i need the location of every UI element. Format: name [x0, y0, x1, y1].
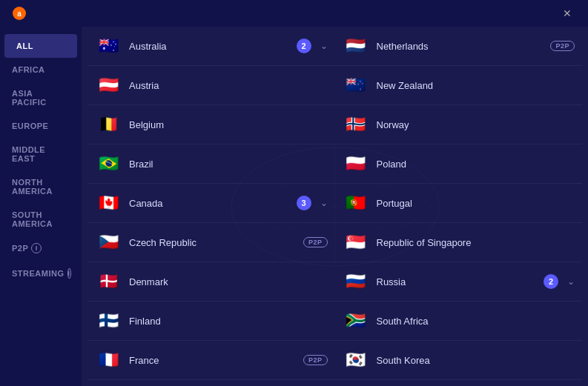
country-name: Poland: [377, 159, 575, 170]
close-x-icon: ✕: [563, 7, 572, 19]
sidebar-item-p2p[interactable]: P2Pi: [0, 236, 82, 261]
country-item[interactable]: 🇦🇹Austria: [87, 66, 335, 105]
country-item[interactable]: 🇫🇷FranceP2P: [87, 341, 335, 380]
country-item[interactable]: 🇩🇰Denmark: [87, 262, 335, 302]
country-name: Australia: [129, 41, 289, 52]
avast-logo-icon: a: [12, 6, 27, 21]
countries-left-column: 🇦🇺Australia2⌄🇦🇹Austria🇧🇪Belgium🇧🇷Brazil🇨…: [87, 27, 335, 386]
country-item[interactable]: 🇧🇷Brazil: [87, 144, 335, 184]
country-name: Czech Republic: [129, 237, 296, 248]
country-item[interactable]: 🇪🇸Spain2⌄: [335, 380, 583, 386]
info-icon: i: [67, 268, 71, 279]
country-flag: 🇰🇷: [343, 347, 369, 373]
country-item[interactable]: 🇳🇿New Zealand: [335, 66, 583, 105]
country-item[interactable]: 🇫🇮Finland: [87, 302, 335, 341]
country-name: France: [129, 355, 296, 366]
country-flag: 🇵🇱: [343, 150, 369, 177]
country-item[interactable]: 🇨🇿Czech RepublicP2P: [87, 223, 335, 262]
country-item[interactable]: 🇰🇷South Korea: [335, 341, 583, 380]
country-flag: 🇫🇷: [95, 347, 122, 373]
country-item[interactable]: 🇩🇪Germany2⌄: [87, 380, 335, 386]
sidebar-item-south-america[interactable]: SOUTH AMERICA: [0, 203, 82, 236]
country-name: New Zealand: [377, 80, 575, 91]
country-flag: 🇨🇿: [95, 229, 122, 256]
country-item[interactable]: 🇨🇦Canada3⌄: [87, 184, 335, 223]
sidebar: ALLAFRICAASIA PACIFICEUROPEMIDDLE EASTNO…: [0, 27, 82, 386]
country-item[interactable]: 🇵🇱Poland: [335, 144, 583, 184]
sidebar-item-all[interactable]: ALL: [4, 34, 77, 58]
country-name: Netherlands: [377, 41, 544, 52]
server-count-badge: 3: [297, 196, 311, 210]
country-name: Canada: [129, 198, 289, 209]
countries-right-column: 🇳🇱NetherlandsP2P🇳🇿New Zealand🇳🇴Norway🇵🇱P…: [335, 27, 583, 386]
country-name: Norway: [377, 119, 575, 130]
country-name: Finland: [129, 316, 328, 327]
country-flag: 🇵🇹: [343, 190, 369, 216]
info-icon: i: [31, 243, 42, 253]
country-flag: 🇦🇹: [95, 72, 122, 99]
country-list-area[interactable]: 🇦🇺Australia2⌄🇦🇹Austria🇧🇪Belgium🇧🇷Brazil🇨…: [82, 27, 588, 386]
country-flag: 🇿🇦: [343, 307, 369, 334]
country-name: South Africa: [377, 316, 575, 327]
p2p-badge: P2P: [303, 237, 328, 247]
p2p-badge: P2P: [303, 355, 328, 365]
country-flag: 🇧🇷: [95, 150, 122, 177]
sidebar-item-africa[interactable]: AFRICA: [0, 58, 82, 81]
country-name: Portugal: [377, 198, 575, 209]
sidebar-item-middle-east[interactable]: MIDDLE EAST: [0, 138, 82, 170]
sidebar-item-europe[interactable]: EUROPE: [0, 114, 82, 138]
country-item[interactable]: 🇳🇴Norway: [335, 105, 583, 144]
country-flag: 🇳🇱: [343, 33, 369, 59]
country-item[interactable]: 🇦🇺Australia2⌄: [87, 27, 335, 66]
country-item[interactable]: 🇧🇪Belgium: [87, 105, 335, 144]
chevron-down-icon: ⌄: [567, 276, 575, 287]
country-name: South Korea: [377, 355, 575, 366]
country-item[interactable]: 🇳🇱NetherlandsP2P: [335, 27, 583, 66]
server-count-badge: 2: [544, 274, 558, 289]
country-item[interactable]: 🇷🇺Russia2⌄: [335, 262, 583, 302]
sidebar-item-streaming[interactable]: STREAMINGi: [0, 261, 82, 286]
country-item[interactable]: 🇵🇹Portugal: [335, 184, 583, 223]
server-count-badge: 2: [297, 39, 311, 53]
country-item[interactable]: 🇿🇦South Africa: [335, 302, 583, 341]
svg-text:a: a: [17, 10, 22, 18]
country-name: Denmark: [129, 276, 328, 287]
chevron-down-icon: ⌄: [320, 41, 328, 51]
sidebar-item-north-america[interactable]: NORTH AMERICA: [0, 170, 82, 203]
country-flag: 🇳🇴: [343, 111, 369, 138]
country-flag: 🇦🇺: [95, 33, 122, 59]
countries-grid: 🇦🇺Australia2⌄🇦🇹Austria🇧🇪Belgium🇧🇷Brazil🇨…: [87, 27, 582, 386]
country-name: Republic of Singapore: [377, 237, 575, 248]
country-flag: 🇳🇿: [343, 72, 369, 99]
country-flag: 🇩🇰: [95, 268, 122, 295]
chevron-down-icon: ⌄: [320, 198, 328, 208]
country-flag: 🇸🇬: [343, 229, 369, 256]
country-name: Brazil: [129, 159, 328, 170]
app-container: a ✕ ALLAFRICAASIA PACIFICEUROPEMIDDLE EA…: [0, 0, 588, 386]
country-flag: 🇫🇮: [95, 307, 122, 334]
country-name: Russia: [377, 276, 537, 287]
main-content: ALLAFRICAASIA PACIFICEUROPEMIDDLE EASTNO…: [0, 27, 588, 386]
p2p-badge: P2P: [550, 41, 575, 51]
country-item[interactable]: 🇸🇬Republic of Singapore: [335, 223, 583, 262]
sidebar-item-asia-pacific[interactable]: ASIA PACIFIC: [0, 81, 82, 114]
title-bar: a ✕: [0, 0, 588, 27]
country-flag: 🇧🇪: [95, 111, 122, 138]
country-flag: 🇷🇺: [343, 268, 369, 295]
country-name: Austria: [129, 80, 328, 91]
country-flag: 🇨🇦: [95, 190, 122, 216]
country-name: Belgium: [129, 119, 328, 130]
close-button[interactable]: ✕: [563, 7, 576, 19]
